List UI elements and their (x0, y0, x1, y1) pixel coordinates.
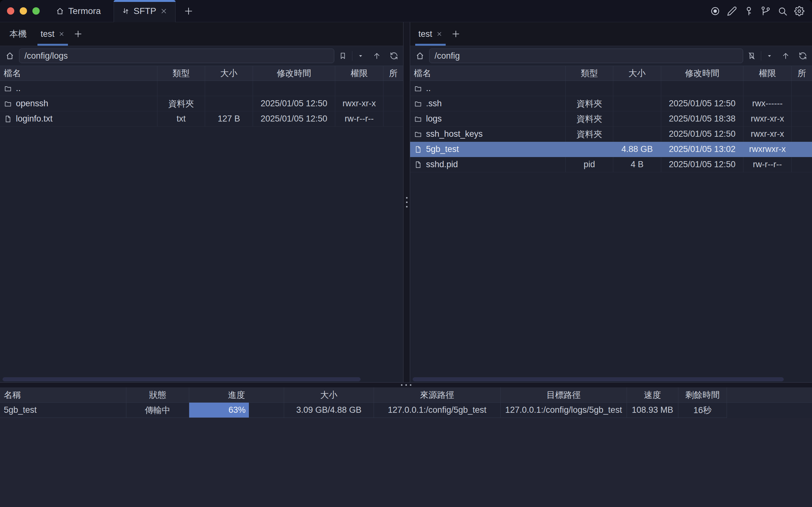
file-size (613, 96, 661, 111)
transfer-empty-area (0, 418, 812, 507)
file-name: ssh_host_keys (426, 129, 483, 139)
column-header-0[interactable]: 檔名 (410, 66, 566, 80)
file-mtime: 2025/01/05 18:38 (661, 111, 744, 127)
key-icon[interactable] (744, 6, 754, 16)
file-name-cell: .. (410, 81, 566, 96)
refresh-button[interactable] (390, 52, 398, 60)
close-window-button[interactable] (7, 7, 14, 15)
file-row-..[interactable]: .. (0, 81, 403, 96)
path-input[interactable] (429, 49, 743, 63)
file-row-ssh_host_keys[interactable]: ssh_host_keys資料夾2025/01/05 12:50rwxr-xr-… (410, 127, 812, 142)
close-tab-icon[interactable] (58, 31, 65, 37)
scrollbar-thumb[interactable] (3, 377, 361, 381)
transfer-column-header-2[interactable]: 進度 (189, 387, 284, 403)
transfer-column-header-7[interactable]: 剩餘時間 (679, 387, 727, 403)
bookmark-off-icon[interactable] (748, 52, 756, 60)
file-row-sshd.pid[interactable]: sshd.pidpid4 B2025/01/05 12:50rw-r--r-- (410, 157, 812, 172)
home-directory-button[interactable] (5, 51, 15, 61)
file-mtime: 2025/01/05 12:50 (661, 127, 744, 142)
home-directory-button[interactable] (415, 51, 425, 61)
horizontal-scrollbar[interactable] (0, 376, 403, 382)
file-row-..[interactable]: .. (410, 81, 812, 96)
column-header-2[interactable]: 大小 (613, 66, 661, 80)
new-session-tab-button[interactable] (451, 30, 460, 38)
branch-icon[interactable] (761, 6, 771, 16)
pane-right-tab-0[interactable]: test (415, 22, 446, 46)
file-permissions: rwxrwxr-x (744, 142, 792, 157)
window-controls (7, 7, 40, 15)
file-mtime: 2025/01/05 12:50 (253, 96, 335, 111)
chevron-down-icon[interactable] (766, 53, 773, 59)
termora-window: Termora SFTP 本機test (0, 0, 812, 507)
column-header-1[interactable]: 類型 (157, 66, 205, 80)
file-mtime: 2025/01/05 12:50 (661, 96, 744, 111)
up-directory-button[interactable] (373, 52, 381, 60)
app-home-tab[interactable]: Termora (56, 6, 101, 16)
pencil-icon[interactable] (727, 6, 737, 16)
file-mtime (253, 81, 335, 96)
new-session-tab-button[interactable] (74, 30, 83, 38)
transfer-column-header-1[interactable]: 狀態 (126, 387, 189, 403)
file-name: loginfo.txt (16, 114, 53, 124)
transfer-arrows-icon (121, 7, 130, 15)
refresh-button[interactable] (799, 52, 807, 60)
vertical-splitter[interactable] (403, 22, 410, 382)
column-header-5[interactable]: 所 (792, 66, 812, 80)
column-header-0[interactable]: 檔名 (0, 66, 157, 80)
file-name: .ssh (426, 99, 442, 109)
column-header-2[interactable]: 大小 (205, 66, 253, 80)
file-name: 5gb_test (426, 145, 459, 154)
file-row-openssh[interactable]: openssh資料夾2025/01/05 12:50rwxr-xr-x (0, 96, 403, 111)
pane-left-tab-0[interactable]: 本機 (6, 22, 30, 46)
bookmark-icon[interactable] (339, 52, 347, 60)
transfer-row-5gb_test[interactable]: 5gb_test傳輸中63%3.09 GB/4.88 GB127.0.0.1:/… (0, 403, 812, 418)
file-row-logs[interactable]: logs資料夾2025/01/05 18:38rwxr-xr-x (410, 111, 812, 127)
close-tab-icon[interactable] (160, 7, 168, 15)
column-header-3[interactable]: 修改時間 (253, 66, 335, 80)
minimize-window-button[interactable] (20, 7, 27, 15)
file-name-cell: .. (0, 81, 157, 96)
chevron-down-icon[interactable] (358, 53, 364, 59)
transfer-column-header-3[interactable]: 大小 (284, 387, 374, 403)
file-owner (383, 111, 403, 127)
path-input[interactable] (19, 49, 334, 63)
transfer-column-header-6[interactable]: 速度 (627, 387, 679, 403)
search-icon[interactable] (777, 6, 788, 16)
pane-empty-area (410, 172, 812, 376)
toolbar-divider (352, 51, 353, 61)
file-owner (792, 127, 812, 142)
pane-left-tab-1[interactable]: test (38, 22, 68, 46)
tab-sftp[interactable]: SFTP (114, 0, 176, 22)
close-tab-icon[interactable] (436, 31, 442, 37)
file-name-cell: logs (410, 111, 566, 127)
column-header-3[interactable]: 修改時間 (661, 66, 744, 80)
transfer-column-header-4[interactable]: 來源路徑 (374, 387, 501, 403)
zoom-window-button[interactable] (33, 7, 40, 15)
column-header-4[interactable]: 權限 (335, 66, 383, 80)
settings-icon[interactable] (794, 6, 804, 16)
column-header-4[interactable]: 權限 (744, 66, 792, 80)
column-header-1[interactable]: 類型 (566, 66, 613, 80)
up-directory-button[interactable] (781, 52, 790, 60)
file-type: 資料夾 (157, 96, 205, 111)
file-permissions: rwxr-xr-x (335, 96, 383, 111)
record-icon[interactable] (710, 6, 720, 16)
horizontal-scrollbar[interactable] (410, 376, 812, 382)
transfer-remaining-time: 16秒 (679, 403, 727, 418)
file-permissions: rw-r--r-- (335, 111, 383, 127)
file-row-.ssh[interactable]: .ssh資料夾2025/01/05 12:50rwx------ (410, 96, 812, 111)
file-owner (792, 142, 812, 157)
horizontal-splitter[interactable] (0, 382, 812, 387)
transfer-column-header-0[interactable]: 名稱 (0, 387, 126, 403)
scrollbar-thumb[interactable] (413, 377, 784, 381)
splitter-grip-dot (406, 202, 408, 203)
file-permissions: rwxr-xr-x (744, 111, 792, 127)
transfer-status: 傳輸中 (126, 403, 189, 418)
file-row-loginfo.txt[interactable]: loginfo.txttxt127 B2025/01/05 12:50rw-r-… (0, 111, 403, 127)
file-row-5gb_test[interactable]: 5gb_test4.88 GB2025/01/05 13:02rwxrwxr-x (410, 142, 812, 157)
column-header-5[interactable]: 所 (383, 66, 403, 80)
transfer-column-header-5[interactable]: 目標路徑 (501, 387, 627, 403)
new-window-tab-button[interactable] (184, 6, 193, 16)
file-pane-left: 本機test (0, 22, 403, 382)
file-mtime: 2025/01/05 13:02 (661, 142, 744, 157)
